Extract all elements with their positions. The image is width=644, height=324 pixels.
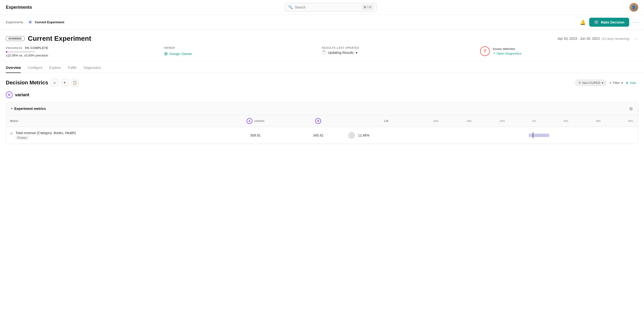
metric-name-cell: ⚙ Total revenue (Category: Books, Health… [6, 127, 219, 144]
progress-bar [6, 51, 35, 53]
variant-value: 345.42 [313, 134, 324, 137]
tab-diagnostics[interactable]: Diagnostics [84, 62, 101, 73]
filter-chevron-icon: ▾ [621, 81, 623, 85]
collapse-icon[interactable]: ▾ [11, 107, 12, 110]
avatar-initials: 👤 [632, 5, 636, 10]
chart-label-p40: 40% [596, 120, 600, 122]
running-badge: RUNNING [6, 36, 24, 41]
owner-section: OWNER ⊕ Assign Owner [164, 46, 322, 56]
exp-title-left: RUNNING Current Experiment [6, 35, 91, 42]
issues-label: Issues detected [493, 47, 522, 51]
tabs-bar: Overview Configure Explore Traffic Diagn… [0, 62, 644, 73]
open-diagnostics-link[interactable]: ↗ Open Diagnostics [493, 52, 522, 55]
tab-overview[interactable]: Overview [6, 62, 21, 73]
chevron-icon: ▾ [602, 81, 604, 85]
owner-label: OWNER [164, 46, 317, 49]
lift-value: 11.46% [358, 134, 369, 137]
results-label: RESULTS LAST UPDATED [322, 46, 475, 49]
star-icon[interactable]: ☆ [634, 36, 638, 41]
chart-bar-range [529, 134, 549, 137]
tab-traffic[interactable]: Traffic [68, 62, 76, 73]
breadcrumb-bar: Experiments › ⚗️ Current Experiment 🔔 ⚙️… [0, 15, 644, 30]
breadcrumb-current: Current Experiment [35, 20, 64, 24]
experiment-header: RUNNING Current Experiment Apr 03, 2023 … [0, 30, 644, 61]
open-diagnostics-label: Open Diagnostics [496, 52, 522, 55]
add-circle-icon: ⊕ [626, 81, 628, 85]
chart-label-m20: -20% [499, 120, 505, 122]
cmd-key: ⌘ [364, 6, 366, 9]
tab-explore[interactable]: Explore [49, 62, 60, 73]
non-cuped-filter[interactable]: ✕ Non-CUPED ▾ [575, 80, 607, 86]
export-icon: 📋 [72, 80, 77, 85]
progress-section: PROGRESS 5% COMPLETE ±22.06% vs. ±5.00% … [6, 46, 164, 57]
chart-label-p20: 20% [564, 120, 568, 122]
lift-cell: 11.46% [344, 127, 428, 144]
results-section: RESULTS LAST UPDATED Updating Results ▾ [322, 46, 480, 54]
dm-table-icon-button[interactable]: ≡ [51, 79, 58, 86]
date-range-text: Apr 03, 2023 - Jun 30, 2023 [558, 36, 600, 40]
breadcrumb-actions: 🔔 ⚙️ Make Decision ··· [580, 18, 638, 27]
progress-pct: 5% COMPLETE [25, 46, 48, 50]
table-header-row: Metric A control B [6, 115, 638, 127]
table-row: ⚙ Total revenue (Category: Books, Health… [6, 127, 638, 144]
search-input[interactable] [295, 5, 360, 9]
dm-title: Decision Metrics [6, 80, 48, 86]
metrics-table: Metric A control B [6, 115, 638, 144]
tab-configure[interactable]: Configure [28, 62, 42, 73]
chart-label-0: 0% [532, 120, 536, 122]
col-metric: Metric [6, 115, 219, 127]
search-icon: 🔍 [288, 5, 293, 10]
date-range: Apr 03, 2023 - Jun 30, 2023 (22 days rem… [558, 36, 630, 40]
variant-value-cell: 345.42 [292, 127, 344, 144]
search-bar[interactable]: 🔍 ⌘ + K [285, 3, 377, 12]
make-decision-button[interactable]: ⚙️ Make Decision [589, 18, 629, 27]
col-lift: Lift [344, 115, 428, 127]
primary-tag: Primary [16, 136, 28, 140]
more-options-button[interactable]: ··· [632, 20, 638, 25]
metric-gear-icon: ⚙ [10, 132, 13, 135]
progress-fill [6, 51, 7, 53]
dm-settings-icon-button[interactable]: ✦ [61, 79, 68, 86]
notification-bell-icon[interactable]: 🔔 [580, 20, 586, 25]
filter-button[interactable]: ≡ Filter ▾ [610, 81, 623, 85]
chart-label-m40: -40% [466, 120, 472, 122]
close-filter-icon[interactable]: ✕ [578, 81, 581, 85]
issues-section: 7 Issues detected ↗ Open Diagnostics [480, 46, 638, 56]
chart-bar-area [432, 132, 634, 138]
exp-metrics-section-title: Experiment metrics [14, 107, 46, 110]
chart-label-m60: -60% [433, 120, 438, 122]
exp-metrics-header: ▾ Experiment metrics ⊕ [6, 102, 638, 115]
exp-title-row: RUNNING Current Experiment Apr 03, 2023 … [6, 35, 638, 42]
plus-sep: + [367, 6, 369, 9]
breadcrumb-home[interactable]: Experiments [6, 20, 23, 24]
col-variant-b: B [292, 115, 344, 127]
make-decision-label: Make Decision [601, 20, 624, 24]
dm-export-icon-button[interactable]: 📋 [71, 79, 79, 86]
issues-count-badge: 7 [480, 46, 490, 56]
add-button[interactable]: ⊕ Add... [626, 81, 638, 85]
metrics-row: PROGRESS 5% COMPLETE ±22.06% vs. ±5.00% … [6, 46, 638, 57]
dm-controls: ✕ Non-CUPED ▾ ≡ Filter ▾ ⊕ Add... [575, 80, 638, 86]
experiment-title: Current Experiment [28, 35, 91, 42]
control-badge: A [246, 118, 252, 124]
dm-header: Decision Metrics ≡ ✦ 📋 ✕ Non-CUPED ▾ ≡ F… [6, 79, 638, 86]
ellipsis-icon: ··· [632, 20, 638, 25]
keyboard-shortcut: ⌘ + K [362, 5, 373, 10]
dm-title-area: Decision Metrics ≡ ✦ 📋 [6, 79, 79, 86]
issues-count: 7 [484, 49, 486, 54]
top-header: Experiments 🔍 ⌘ + K 👤 [0, 0, 644, 15]
exp-metrics-title: ▾ Experiment metrics [11, 107, 46, 110]
control-value: 309.91 [250, 134, 261, 137]
updating-results-button[interactable]: Updating Results ▾ [322, 51, 358, 54]
assign-owner-button[interactable]: ⊕ Assign Owner [164, 51, 192, 56]
avatar[interactable]: 👤 [630, 3, 638, 12]
col-control: A control [219, 115, 292, 127]
metric-name: Total revenue (Category: Books, Health) [16, 131, 76, 135]
filter-icon: ≡ [610, 81, 612, 85]
spinner-icon [322, 51, 326, 54]
add-metric-button[interactable]: ⊕ [629, 106, 633, 112]
issues-inner: 7 Issues detected ↗ Open Diagnostics [480, 46, 633, 56]
external-link-icon: ↗ [493, 52, 495, 55]
variant-badge: B [6, 92, 12, 98]
variant-b-badge: B [315, 118, 321, 124]
